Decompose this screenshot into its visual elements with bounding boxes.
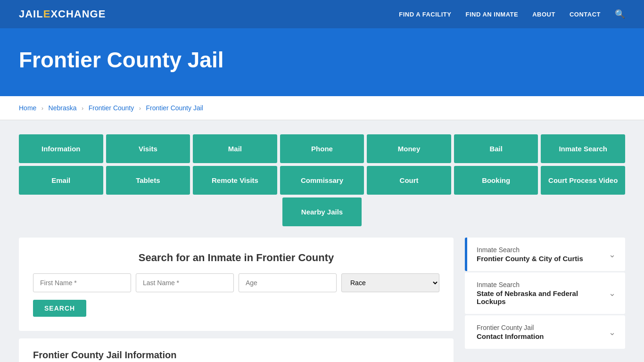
race-select[interactable]: Race White Black Hispanic Asian Other (341, 273, 439, 292)
accordion-text-1: Inmate Search State of Nebraska and Fede… (477, 281, 609, 305)
info-section: Frontier County Jail Information (19, 338, 454, 362)
btn-court[interactable]: Court (367, 166, 451, 195)
btn-phone[interactable]: Phone (280, 134, 364, 163)
search-fields: Race White Black Hispanic Asian Other (33, 273, 439, 292)
button-grid-row2: Email Tablets Remote Visits Commissary C… (19, 166, 625, 195)
breadcrumb-frontier-county[interactable]: Frontier County (89, 104, 134, 112)
main-content: Information Visits Mail Phone Money Bail… (0, 120, 644, 362)
nav-find-facility[interactable]: FIND A FACILITY (399, 11, 451, 18)
hero-section: Frontier County Jail (0, 28, 644, 96)
sidebar: Inmate Search Frontier County & City of … (465, 238, 625, 350)
btn-mail[interactable]: Mail (193, 134, 277, 163)
chevron-down-icon-2: ⌄ (609, 327, 616, 337)
chevron-down-icon-1: ⌄ (609, 288, 616, 298)
nav-about[interactable]: ABOUT (532, 11, 555, 18)
accordion-label-2: Frontier County Jail (477, 324, 544, 331)
accordion-header-2[interactable]: Frontier County Jail Contact Information… (467, 315, 625, 349)
nav-links: FIND A FACILITY FIND AN INMATE ABOUT CON… (399, 9, 625, 19)
button-grid-row1: Information Visits Mail Phone Money Bail… (19, 134, 625, 163)
search-icon[interactable]: 🔍 (615, 9, 625, 19)
accordion-sublabel-2: Contact Information (477, 332, 544, 340)
btn-money[interactable]: Money (367, 134, 451, 163)
accordion-label-0: Inmate Search (477, 246, 583, 254)
breadcrumb: Home › Nebraska › Frontier County › Fron… (0, 96, 644, 120)
page-title: Frontier County Jail (19, 47, 625, 73)
accordion-item-0: Inmate Search Frontier County & City of … (465, 238, 625, 271)
btn-booking[interactable]: Booking (454, 166, 538, 195)
accordion-sublabel-0: Frontier County & City of Curtis (477, 255, 583, 263)
breadcrumb-nebraska[interactable]: Nebraska (49, 104, 77, 112)
nav-contact[interactable]: CONTACT (570, 11, 601, 18)
search-button[interactable]: SEARCH (33, 300, 86, 317)
info-title: Frontier County Jail Information (33, 350, 439, 361)
btn-tablets[interactable]: Tablets (106, 166, 190, 195)
first-name-input[interactable] (33, 273, 131, 292)
search-title: Search for an Inmate in Frontier County (33, 252, 439, 264)
btn-email[interactable]: Email (19, 166, 103, 195)
accordion-header-0[interactable]: Inmate Search Frontier County & City of … (467, 238, 625, 271)
breadcrumb-sep-1: › (41, 105, 43, 112)
last-name-input[interactable] (136, 273, 234, 292)
btn-nearby-jails[interactable]: Nearby Jails (282, 197, 362, 226)
accordion-label-1: Inmate Search (477, 281, 609, 288)
accordion-text-0: Inmate Search Frontier County & City of … (477, 246, 583, 263)
age-input[interactable] (239, 273, 337, 292)
btn-remote-visits[interactable]: Remote Visits (193, 166, 277, 195)
accordion-sublabel-1: State of Nebraska and Federal Lockups (477, 289, 609, 305)
btn-bail[interactable]: Bail (454, 134, 538, 163)
btn-court-process-video[interactable]: Court Process Video (541, 166, 625, 195)
btn-information[interactable]: Information (19, 134, 103, 163)
nav-find-inmate[interactable]: FIND AN INMATE (465, 11, 518, 18)
breadcrumb-sep-3: › (139, 105, 141, 112)
btn-commissary[interactable]: Commissary (280, 166, 364, 195)
chevron-down-icon-0: ⌄ (609, 249, 616, 260)
breadcrumb-frontier-county-jail[interactable]: Frontier County Jail (146, 104, 203, 112)
breadcrumb-sep-2: › (82, 105, 83, 112)
search-panel: Search for an Inmate in Frontier County … (19, 238, 454, 331)
two-column-layout: Search for an Inmate in Frontier County … (19, 238, 625, 362)
brand-logo[interactable]: JAILEXCHANGE (19, 8, 106, 20)
accordion-item-2: Frontier County Jail Contact Information… (465, 315, 625, 349)
accordion-text-2: Frontier County Jail Contact Information (477, 324, 544, 340)
btn-visits[interactable]: Visits (106, 134, 190, 163)
accordion-header-1[interactable]: Inmate Search State of Nebraska and Fede… (467, 272, 625, 314)
breadcrumb-home[interactable]: Home (19, 104, 36, 112)
btn-inmate-search[interactable]: Inmate Search (541, 134, 625, 163)
left-column: Search for an Inmate in Frontier County … (19, 238, 454, 362)
navbar: JAILEXCHANGE FIND A FACILITY FIND AN INM… (0, 0, 644, 28)
accordion-item-1: Inmate Search State of Nebraska and Fede… (465, 272, 625, 314)
